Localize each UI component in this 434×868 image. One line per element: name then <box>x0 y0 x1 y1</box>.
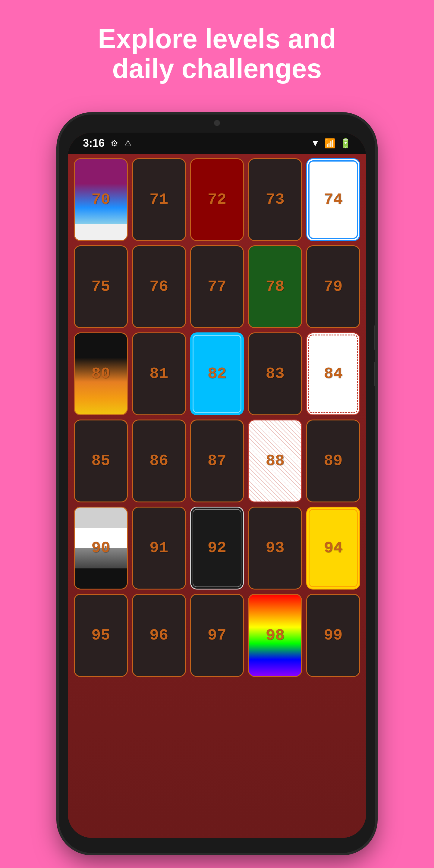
card-94[interactable]: 94 <box>306 507 360 590</box>
card-number-77: 77 <box>208 278 226 296</box>
card-number-96: 96 <box>150 627 168 644</box>
card-79[interactable]: 79 <box>306 245 360 328</box>
camera-notch <box>214 120 220 126</box>
card-99[interactable]: 99 <box>306 594 360 677</box>
card-number-76: 76 <box>150 278 168 296</box>
card-number-89: 89 <box>324 452 342 470</box>
card-number-71: 71 <box>150 191 168 209</box>
card-number-88: 88 <box>266 452 284 470</box>
warning-icon: ⚠ <box>124 138 132 148</box>
card-88[interactable]: 88 <box>248 420 302 502</box>
card-74[interactable]: 74 <box>306 158 360 241</box>
card-78[interactable]: 78 <box>248 245 302 328</box>
card-number-94: 94 <box>324 539 342 557</box>
card-71[interactable]: 71 <box>132 158 186 241</box>
card-number-81: 81 <box>150 365 168 383</box>
status-right: ▼ 📶 🔋 <box>311 138 351 149</box>
card-85[interactable]: 85 <box>74 420 128 502</box>
card-96[interactable]: 96 <box>132 594 186 677</box>
page-background: Explore levels and daily challenges 3:16… <box>0 0 434 102</box>
card-92[interactable]: 92 <box>190 507 244 590</box>
card-83[interactable]: 83 <box>248 333 302 415</box>
card-84[interactable]: 84 <box>306 333 360 415</box>
card-82[interactable]: 82 <box>190 333 244 415</box>
status-time: 3:16 <box>83 137 104 150</box>
card-90[interactable]: 90 <box>74 507 128 590</box>
card-number-93: 93 <box>266 539 284 557</box>
card-70[interactable]: 70 <box>74 158 128 241</box>
card-number-90: 90 <box>91 539 110 557</box>
card-97[interactable]: 97 <box>190 594 244 677</box>
battery-icon: 🔋 <box>340 138 351 149</box>
card-93[interactable]: 93 <box>248 507 302 590</box>
card-77[interactable]: 77 <box>190 245 244 328</box>
page-title: Explore levels and daily challenges <box>0 0 434 102</box>
card-number-86: 86 <box>150 452 168 470</box>
card-73[interactable]: 73 <box>248 158 302 241</box>
card-number-98: 98 <box>266 627 284 644</box>
card-number-82: 82 <box>208 365 226 383</box>
card-number-85: 85 <box>91 452 110 470</box>
gear-icon: ⚙ <box>111 138 118 148</box>
card-87[interactable]: 87 <box>190 420 244 502</box>
phone-screen: 3:16 ⚙ ⚠ ▼ 📶 🔋 7071727374757677787980818… <box>68 133 366 838</box>
grid-content: 7071727374757677787980818283848586878889… <box>68 154 366 838</box>
cards-grid: 7071727374757677787980818283848586878889… <box>74 157 360 678</box>
phone-body: 3:16 ⚙ ⚠ ▼ 📶 🔋 7071727374757677787980818… <box>59 115 375 853</box>
card-86[interactable]: 86 <box>132 420 186 502</box>
card-number-84: 84 <box>324 365 342 383</box>
card-number-78: 78 <box>266 278 284 296</box>
card-number-95: 95 <box>91 627 110 644</box>
card-89[interactable]: 89 <box>306 420 360 502</box>
card-number-74: 74 <box>324 191 342 209</box>
card-number-72: 72 <box>208 191 226 209</box>
card-number-92: 92 <box>208 539 226 557</box>
card-number-70: 70 <box>91 191 110 209</box>
signal-icon: 📶 <box>324 138 336 149</box>
card-number-75: 75 <box>91 278 110 296</box>
card-number-97: 97 <box>208 627 226 644</box>
card-number-73: 73 <box>266 191 284 209</box>
card-98[interactable]: 98 <box>248 594 302 677</box>
wifi-icon: ▼ <box>311 138 320 148</box>
card-95[interactable]: 95 <box>74 594 128 677</box>
status-left: 3:16 ⚙ ⚠ <box>83 137 132 150</box>
phone-device: 3:16 ⚙ ⚠ ▼ 📶 🔋 7071727374757677787980818… <box>59 115 375 853</box>
phone-button-volume <box>374 326 375 350</box>
card-number-83: 83 <box>266 365 284 383</box>
card-number-79: 79 <box>324 278 342 296</box>
card-72[interactable]: 72 <box>190 158 244 241</box>
card-76[interactable]: 76 <box>132 245 186 328</box>
card-number-87: 87 <box>208 452 226 470</box>
card-81[interactable]: 81 <box>132 333 186 415</box>
status-bar: 3:16 ⚙ ⚠ ▼ 📶 🔋 <box>68 133 366 154</box>
card-number-80: 80 <box>91 365 110 383</box>
card-number-91: 91 <box>150 539 168 557</box>
card-91[interactable]: 91 <box>132 507 186 590</box>
card-75[interactable]: 75 <box>74 245 128 328</box>
phone-button-power <box>374 362 375 386</box>
card-80[interactable]: 80 <box>74 333 128 415</box>
card-number-99: 99 <box>324 627 342 644</box>
